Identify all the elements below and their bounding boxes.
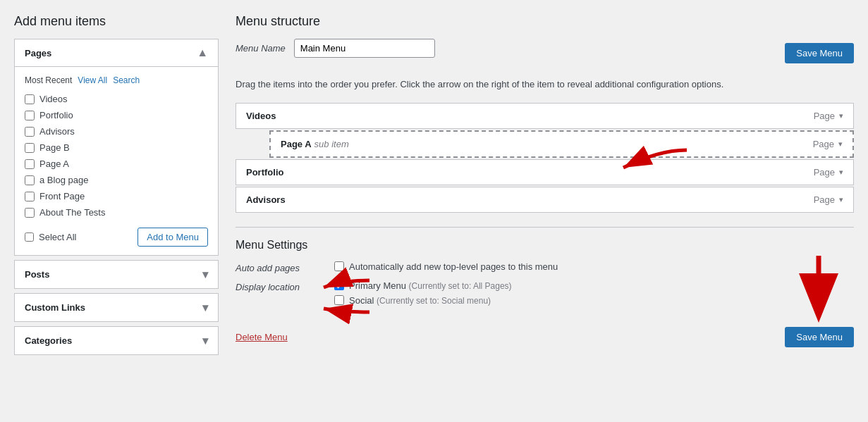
list-item[interactable]: Front Page — [25, 191, 208, 201]
menu-item-advisors[interactable]: Advisors Page ▾ — [236, 187, 854, 213]
left-panel-title: Add menu items — [14, 14, 219, 29]
right-panel: Menu structure Menu Name Save Menu Drag … — [236, 14, 854, 408]
menu-item-page-a-type: Page — [813, 139, 834, 149]
custom-links-accordion: Custom Links ▾ — [14, 293, 219, 322]
menu-item-advisors-label: Advisors — [246, 194, 286, 205]
pages-accordion-header[interactable]: Pages ▲ — [15, 39, 218, 66]
menu-item-portfolio-right: Page ▾ — [814, 167, 843, 178]
videos-checkbox[interactable] — [25, 94, 35, 104]
primary-menu-label: Primary Menu (Currently set to: All Page… — [349, 280, 512, 291]
social-menu-label: Social (Currently set to: Social menu) — [349, 295, 491, 306]
add-to-menu-button[interactable]: Add to Menu — [137, 228, 208, 247]
pages-label: Pages — [25, 48, 51, 58]
blog-page-label: a Blog page — [39, 175, 88, 185]
menu-item-page-a-dropdown-arrow[interactable]: ▾ — [838, 139, 843, 149]
pages-checkbox-list: Videos Portfolio Advisors Page B Page A — [25, 94, 208, 218]
pages-accordion: Pages ▲ Most Recent View All Search Vide… — [14, 39, 219, 256]
menu-item-page-a-label: Page Asub item — [281, 139, 349, 149]
page-a-checkbox[interactable] — [25, 159, 35, 169]
annotations-container: Videos Page ▾ Page Asub item Page ▾ Port… — [236, 103, 854, 213]
display-location-content: Primary Menu (Currently set to: All Page… — [334, 280, 512, 306]
delete-menu-link[interactable]: Delete Menu — [236, 332, 288, 342]
primary-menu-checkbox[interactable] — [334, 280, 344, 290]
menu-item-videos[interactable]: Videos Page ▾ — [236, 103, 854, 129]
menu-item-videos-dropdown-arrow[interactable]: ▾ — [839, 111, 843, 120]
menu-item-advisors-type: Page — [814, 194, 835, 205]
about-tests-checkbox[interactable] — [25, 208, 35, 218]
menu-name-label: Menu Name — [236, 43, 286, 54]
pages-tab-bar: Most Recent View All Search — [25, 75, 208, 85]
page-a-label: Page A — [39, 159, 69, 169]
list-item[interactable]: Page A — [25, 159, 208, 169]
tab-view-all[interactable]: View All — [78, 75, 107, 85]
menu-item-page-a[interactable]: Page Asub item Page ▾ — [269, 130, 854, 158]
advisors-label: Advisors — [39, 126, 75, 137]
categories-accordion: Categories ▾ — [14, 326, 219, 355]
posts-accordion-arrow: ▾ — [202, 268, 208, 281]
advisors-checkbox[interactable] — [25, 127, 35, 137]
tab-most-recent[interactable]: Most Recent — [25, 75, 72, 85]
menu-item-portfolio[interactable]: Portfolio Page ▾ — [236, 159, 854, 185]
menu-settings-title: Menu Settings — [236, 239, 854, 252]
about-tests-label: About The Tests — [39, 207, 105, 218]
custom-links-accordion-header[interactable]: Custom Links ▾ — [15, 294, 218, 321]
categories-label: Categories — [25, 335, 72, 346]
front-page-checkbox[interactable] — [25, 192, 35, 201]
portfolio-label: Portfolio — [39, 110, 73, 120]
menu-name-wrapper: Menu Name Save Menu — [236, 39, 854, 68]
menu-item-portfolio-label: Portfolio — [246, 167, 283, 178]
list-item[interactable]: Advisors — [25, 126, 208, 137]
menu-item-videos-right: Page ▾ — [814, 111, 843, 121]
list-item[interactable]: Portfolio — [25, 110, 208, 120]
auto-add-checkbox-row[interactable]: Automatically add new top-level pages to… — [334, 261, 558, 272]
posts-accordion-header[interactable]: Posts ▾ — [15, 261, 218, 288]
left-panel: Add menu items Pages ▲ Most Recent View … — [14, 14, 219, 408]
menu-item-page-a-right: Page ▾ — [813, 139, 843, 149]
menu-item-advisors-dropdown-arrow[interactable]: ▾ — [839, 195, 843, 204]
menu-structure-title: Menu structure — [236, 14, 854, 29]
menu-name-input[interactable] — [294, 39, 435, 58]
save-menu-button-top[interactable]: Save Menu — [785, 43, 854, 63]
list-item[interactable]: Videos — [25, 94, 208, 104]
menu-item-portfolio-dropdown-arrow[interactable]: ▾ — [839, 168, 843, 177]
page-b-label: Page B — [39, 142, 70, 153]
list-item[interactable]: About The Tests — [25, 207, 208, 218]
portfolio-checkbox[interactable] — [25, 111, 35, 120]
auto-add-checkbox[interactable] — [334, 261, 344, 271]
primary-menu-row[interactable]: Primary Menu (Currently set to: All Page… — [334, 280, 512, 291]
list-item[interactable]: Page B — [25, 142, 208, 153]
page-b-checkbox[interactable] — [25, 143, 35, 153]
tab-search[interactable]: Search — [113, 75, 140, 85]
videos-label: Videos — [39, 94, 68, 104]
categories-accordion-arrow: ▾ — [202, 334, 208, 347]
list-item[interactable]: a Blog page — [25, 175, 208, 185]
posts-accordion: Posts ▾ — [14, 260, 219, 289]
menu-item-portfolio-type: Page — [814, 167, 835, 178]
select-all-checkbox[interactable] — [25, 232, 34, 242]
categories-accordion-header[interactable]: Categories ▾ — [15, 327, 218, 354]
select-all-row: Select All Add to Menu — [25, 228, 208, 247]
auto-add-checkbox-label: Automatically add new top-level pages to… — [349, 261, 558, 272]
menu-name-row: Menu Name — [236, 39, 435, 58]
menu-items-list: Videos Page ▾ Page Asub item Page ▾ Port… — [236, 103, 854, 213]
pages-accordion-arrow: ▲ — [197, 46, 208, 59]
footer-row: Delete Menu Save Menu — [236, 320, 854, 347]
auto-add-row: Auto add pages Automatically add new top… — [236, 261, 854, 273]
auto-add-content: Automatically add new top-level pages to… — [334, 261, 558, 272]
custom-links-accordion-arrow: ▾ — [202, 301, 208, 314]
menu-item-videos-label: Videos — [246, 111, 276, 121]
display-location-label: Display location — [236, 280, 334, 292]
auto-add-label: Auto add pages — [236, 261, 334, 273]
social-menu-checkbox[interactable] — [334, 295, 344, 305]
menu-item-advisors-right: Page ▾ — [814, 194, 843, 205]
posts-label: Posts — [25, 269, 49, 280]
menu-settings: Menu Settings Auto add pages Automatical… — [236, 227, 854, 306]
social-menu-row[interactable]: Social (Currently set to: Social menu) — [334, 295, 512, 306]
custom-links-label: Custom Links — [25, 302, 85, 313]
select-all-label[interactable]: Select All — [25, 232, 76, 242]
save-menu-button-bottom[interactable]: Save Menu — [785, 327, 854, 347]
display-location-row: Display location Primary Menu (Currently… — [236, 280, 854, 306]
blog-page-checkbox[interactable] — [25, 175, 35, 185]
drag-hint: Drag the items into the order you prefer… — [236, 77, 854, 92]
pages-accordion-body: Most Recent View All Search Videos Portf… — [15, 66, 218, 255]
